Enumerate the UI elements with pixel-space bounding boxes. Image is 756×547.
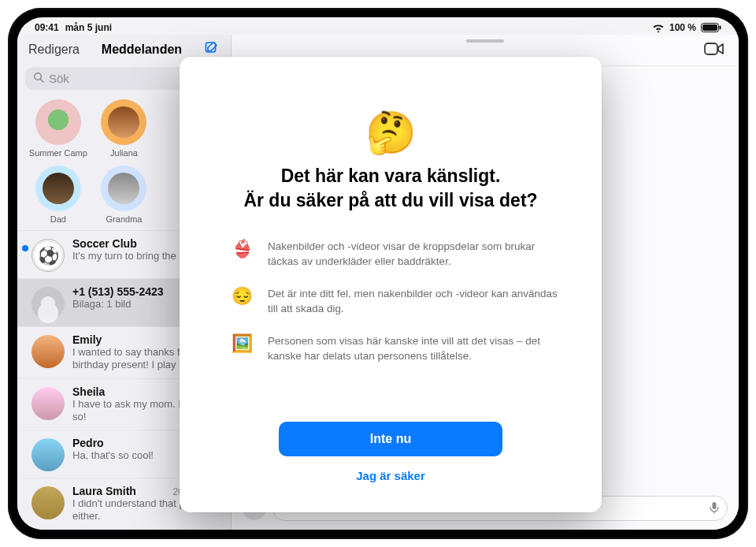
wifi-icon (652, 23, 665, 32)
sidebar-title: Meddelanden (102, 43, 182, 57)
pinned-label: Grandma (106, 214, 143, 224)
conversation-name: Sheila (72, 385, 105, 398)
avatar (32, 438, 65, 471)
svg-rect-7 (713, 502, 717, 509)
im-sure-button[interactable]: Jag är säker (348, 464, 433, 487)
conversation-name: Pedro (72, 437, 104, 449)
modal-bullet: 👙 Nakenbilder och -videor visar de kropp… (232, 240, 558, 270)
battery-text: 100 % (669, 22, 696, 33)
pinned-conversation[interactable]: Juliana (93, 99, 156, 158)
modal-title: Det här kan vara känsligt. Är du säker p… (243, 164, 537, 213)
modal-title-line1: Det här kan vara känsligt. (281, 166, 501, 186)
unread-dot-icon (22, 245, 28, 251)
not-now-button[interactable]: Inte nu (279, 422, 502, 456)
pinned-conversation[interactable]: Summer Camp (27, 99, 90, 158)
conversation-name: Soccer Club (72, 237, 137, 250)
pinned-label: Summer Camp (29, 148, 87, 158)
modal-bullet-list: 👙 Nakenbilder och -videor visar de kropp… (217, 240, 564, 363)
screen: 09:41 mån 5 juni 100 % Redigera Meddelan… (17, 17, 739, 530)
modal-actions: Inte nu Jag är säker (279, 422, 502, 490)
avatar (35, 99, 81, 145)
modal-bullet-text: Nakenbilder och -videor visar de kroppsd… (268, 240, 558, 270)
modal-bullet: 🖼️ Personen som visas här kanske inte vi… (232, 334, 558, 364)
dictation-icon[interactable] (710, 501, 719, 516)
pinned-conversation[interactable]: Grandma (93, 166, 156, 224)
swimsuit-icon: 👙 (232, 239, 252, 259)
conversation-name: +1 (513) 555-2423 (72, 285, 164, 298)
avatar (101, 99, 146, 145)
search-icon (33, 72, 44, 85)
modal-title-line2: Är du säker på att du vill visa det? (243, 190, 537, 210)
grabber-icon (466, 39, 504, 43)
avatar (32, 486, 65, 519)
status-bar: 09:41 mån 5 juni 100 % (17, 17, 739, 35)
modal-bullet: 😔 Det är inte ditt fel, men nakenbilder … (232, 287, 558, 317)
avatar (32, 239, 65, 272)
svg-rect-6 (705, 43, 717, 54)
battery-icon (701, 23, 721, 32)
thinking-face-icon: 🤔 (365, 112, 417, 153)
picture-icon: 🖼️ (232, 333, 252, 354)
avatar (32, 335, 65, 368)
conversation-name: Laura Smith (72, 485, 136, 497)
avatar (32, 387, 65, 420)
avatar (32, 287, 65, 320)
modal-bullet-text: Det är inte ditt fel, men nakenbilder oc… (268, 287, 558, 317)
facetime-button[interactable] (704, 41, 724, 60)
pinned-conversation[interactable]: Dad (27, 166, 90, 224)
ipad-frame: 09:41 mån 5 juni 100 % Redigera Meddelan… (8, 8, 748, 539)
search-placeholder: Sök (49, 72, 69, 85)
avatar (35, 166, 81, 211)
svg-line-5 (41, 80, 44, 83)
edit-button[interactable]: Redigera (28, 43, 80, 57)
sensitive-content-modal: 🤔 Det här kan vara känsligt. Är du säker… (180, 57, 602, 512)
svg-rect-2 (720, 26, 721, 30)
svg-rect-1 (702, 24, 717, 31)
status-date: mån 5 juni (65, 22, 112, 33)
conversation-name: Emily (72, 333, 102, 346)
status-time: 09:41 (35, 22, 59, 33)
modal-bullet-text: Personen som visas här kanske inte vill … (268, 334, 558, 364)
avatar (101, 166, 146, 211)
sad-face-icon: 😔 (232, 286, 252, 307)
pinned-label: Juliana (110, 148, 138, 158)
pinned-label: Dad (50, 214, 66, 224)
